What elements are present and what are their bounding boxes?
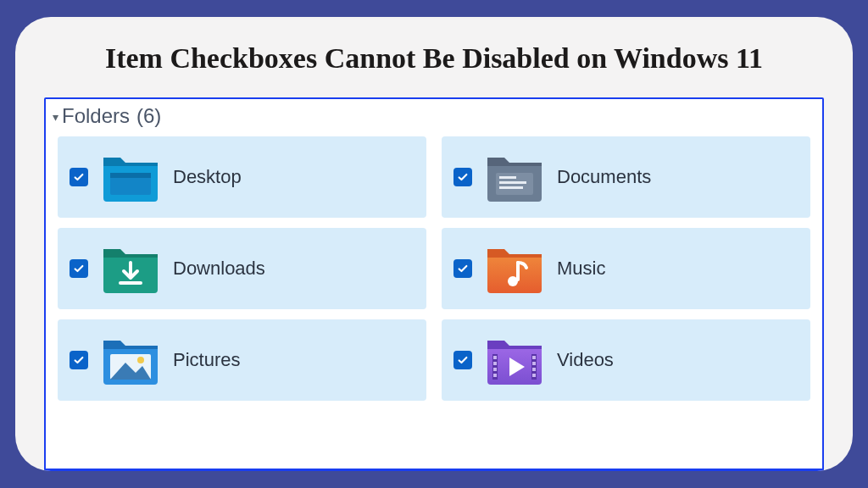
svg-rect-13 [493, 356, 497, 359]
folder-label: Desktop [173, 166, 242, 188]
checkbox-pictures[interactable] [70, 351, 88, 369]
svg-rect-18 [532, 362, 536, 365]
svg-rect-4 [499, 181, 526, 184]
folder-label: Documents [557, 166, 651, 188]
svg-point-7 [508, 276, 518, 286]
folders-group-header[interactable]: ▾ Folders (6) [46, 99, 822, 131]
svg-rect-17 [532, 356, 536, 359]
svg-rect-5 [499, 186, 523, 189]
folder-item-documents[interactable]: Documents [442, 136, 810, 218]
videos-folder-icon [484, 334, 545, 386]
svg-point-10 [137, 357, 144, 363]
svg-rect-14 [493, 362, 497, 365]
check-icon [73, 171, 85, 183]
svg-rect-1 [110, 173, 151, 178]
svg-rect-3 [499, 176, 516, 179]
music-folder-icon [484, 242, 545, 295]
checkbox-documents[interactable] [453, 168, 472, 186]
svg-rect-15 [493, 368, 497, 371]
folder-item-downloads[interactable]: Downloads [58, 228, 426, 309]
svg-rect-19 [532, 368, 536, 371]
group-count: (6) [136, 104, 161, 128]
svg-rect-16 [493, 374, 497, 377]
checkbox-desktop[interactable] [70, 168, 88, 186]
folders-grid: Desktop Documents [46, 131, 822, 413]
folder-label: Pictures [173, 349, 240, 371]
chevron-down-icon: ▾ [53, 110, 58, 124]
folder-label: Music [557, 258, 605, 280]
documents-folder-icon [484, 151, 545, 203]
pictures-folder-icon [100, 334, 161, 386]
check-icon [73, 263, 85, 274]
check-icon [457, 263, 469, 274]
folder-item-music[interactable]: Music [442, 228, 810, 309]
folder-label: Downloads [173, 258, 265, 280]
folder-label: Videos [557, 349, 614, 371]
check-icon [457, 354, 469, 366]
checkbox-downloads[interactable] [70, 259, 88, 278]
checkbox-music[interactable] [453, 259, 472, 278]
downloads-folder-icon [100, 242, 161, 295]
file-explorer-screenshot: ▾ Folders (6) Desktop [44, 97, 824, 472]
checkbox-videos[interactable] [453, 351, 472, 369]
svg-rect-20 [532, 374, 536, 377]
folder-item-videos[interactable]: Videos [442, 319, 810, 401]
folder-item-desktop[interactable]: Desktop [58, 136, 426, 218]
check-icon [457, 171, 469, 183]
group-label: Folders [62, 104, 130, 128]
title-area: Item Checkboxes Cannot Be Disabled on Wi… [15, 17, 853, 97]
check-icon [73, 354, 85, 366]
desktop-folder-icon [100, 151, 161, 203]
page-title: Item Checkboxes Cannot Be Disabled on Wi… [49, 41, 819, 77]
folder-item-pictures[interactable]: Pictures [58, 319, 426, 401]
article-card: Item Checkboxes Cannot Be Disabled on Wi… [15, 17, 853, 471]
